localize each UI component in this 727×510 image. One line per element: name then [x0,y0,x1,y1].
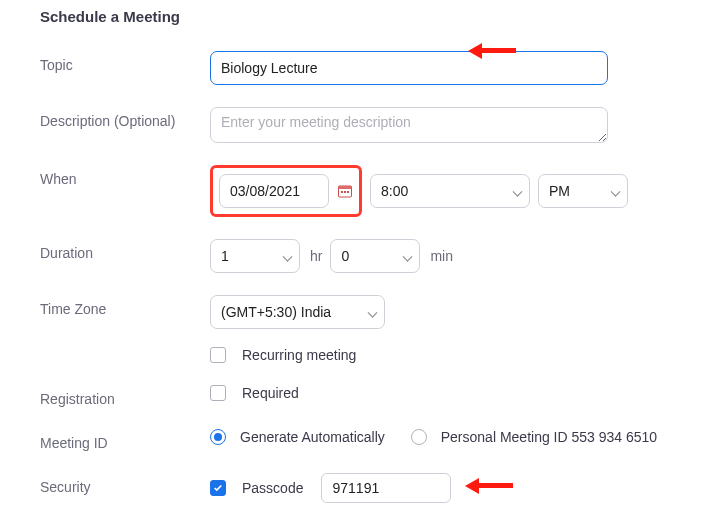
chevron-down-icon [612,182,619,198]
svg-rect-2 [341,191,343,193]
svg-rect-3 [344,191,346,193]
passcode-input[interactable] [321,473,451,503]
date-input[interactable] [219,174,329,208]
timezone-value: (GMT+5:30) India [221,304,331,320]
passcode-checkbox[interactable] [210,480,226,496]
calendar-icon[interactable] [337,183,353,199]
ampm-select[interactable]: PM [538,174,628,208]
registration-checkbox[interactable] [210,385,226,401]
chevron-down-icon [404,247,411,263]
page-title: Schedule a Meeting [40,8,727,25]
description-input[interactable] [210,107,608,143]
meeting-id-auto-label: Generate Automatically [240,429,385,445]
chevron-down-icon [514,182,521,198]
registration-label: Registration [40,385,210,407]
hours-unit: hr [310,248,322,264]
minutes-unit: min [430,248,453,264]
duration-minutes-value: 0 [341,248,349,264]
highlight-annotation [210,165,362,217]
time-select[interactable]: 8:00 [370,174,530,208]
time-value: 8:00 [381,183,408,199]
chevron-down-icon [369,303,376,319]
meeting-id-personal-radio[interactable] [411,429,427,445]
topic-label: Topic [40,51,210,73]
duration-hours-select[interactable]: 1 [210,239,300,273]
chevron-down-icon [284,247,291,263]
duration-minutes-select[interactable]: 0 [330,239,420,273]
recurring-label: Recurring meeting [242,347,356,363]
registration-required-label: Required [242,385,299,401]
duration-hours-value: 1 [221,248,229,264]
ampm-value: PM [549,183,570,199]
topic-input[interactable] [210,51,608,85]
arrow-annotation-icon [477,483,513,493]
meeting-id-auto-radio[interactable] [210,429,226,445]
duration-label: Duration [40,239,210,261]
recurring-checkbox[interactable] [210,347,226,363]
svg-rect-1 [339,186,352,189]
arrow-annotation-icon [480,48,516,58]
timezone-label: Time Zone [40,295,210,317]
meeting-id-personal-label: Personal Meeting ID 553 934 6510 [441,429,657,445]
meeting-id-label: Meeting ID [40,429,210,451]
when-label: When [40,165,210,187]
svg-rect-4 [347,191,349,193]
security-label: Security [40,473,210,495]
description-label: Description (Optional) [40,107,210,129]
timezone-select[interactable]: (GMT+5:30) India [210,295,385,329]
passcode-label: Passcode [242,480,303,496]
